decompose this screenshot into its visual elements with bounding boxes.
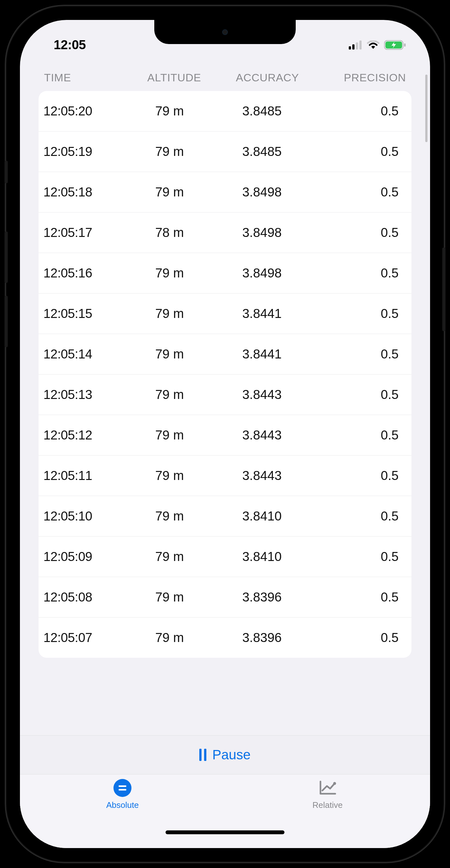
silence-switch xyxy=(4,161,8,183)
reading-altitude: 79 m xyxy=(127,509,212,523)
reading-time: 12:05:11 xyxy=(43,468,127,483)
reading-altitude: 79 m xyxy=(127,144,212,159)
reading-time: 12:05:17 xyxy=(43,225,127,240)
reading-altitude: 79 m xyxy=(127,347,212,361)
tab-bar: Absolute Relative xyxy=(20,774,430,830)
reading-precision: 0.5 xyxy=(312,144,402,159)
scrollbar-indicator[interactable] xyxy=(425,74,427,142)
reading-accuracy: 3.8443 xyxy=(212,388,312,402)
table-header: TIME ALTITUDE ACCURACY PRECISION xyxy=(20,59,430,91)
pause-button[interactable]: Pause xyxy=(20,736,430,774)
reading-time: 12:05:20 xyxy=(43,104,127,118)
reading-precision: 0.5 xyxy=(312,347,402,361)
reading-altitude: 79 m xyxy=(127,104,212,118)
header-altitude: ALTITUDE xyxy=(131,71,218,84)
reading-time: 12:05:13 xyxy=(43,388,127,402)
reading-time: 12:05:07 xyxy=(43,630,127,645)
table-row[interactable]: 12:05:1379 m3.84430.5 xyxy=(39,374,411,415)
table-row[interactable]: 12:05:1179 m3.84430.5 xyxy=(39,456,411,496)
volume-down-button xyxy=(4,296,8,347)
reading-precision: 0.5 xyxy=(312,468,402,483)
tab-relative-label: Relative xyxy=(313,800,343,810)
reading-precision: 0.5 xyxy=(312,306,402,321)
reading-accuracy: 3.8410 xyxy=(212,550,312,564)
table-row[interactable]: 12:05:1279 m3.84430.5 xyxy=(39,415,411,456)
reading-precision: 0.5 xyxy=(312,550,402,564)
reading-time: 12:05:12 xyxy=(43,428,127,442)
reading-precision: 0.5 xyxy=(312,509,402,523)
status-icons xyxy=(349,40,406,50)
relative-chart-icon xyxy=(319,779,336,797)
front-camera xyxy=(222,29,228,35)
table-row[interactable]: 12:05:1479 m3.84410.5 xyxy=(39,334,411,374)
svg-point-7 xyxy=(333,782,336,785)
reading-altitude: 79 m xyxy=(127,428,212,442)
reading-accuracy: 3.8498 xyxy=(212,266,312,280)
table-row[interactable]: 12:05:1579 m3.84410.5 xyxy=(39,293,411,334)
reading-precision: 0.5 xyxy=(312,630,402,645)
table-row[interactable]: 12:05:0779 m3.83960.5 xyxy=(39,618,411,658)
reading-precision: 0.5 xyxy=(312,388,402,402)
reading-accuracy: 3.8498 xyxy=(212,185,312,199)
reading-accuracy: 3.8441 xyxy=(212,347,312,361)
reading-altitude: 79 m xyxy=(127,185,212,199)
reading-time: 12:05:14 xyxy=(43,347,127,361)
svg-rect-3 xyxy=(359,40,362,50)
reading-accuracy: 3.8485 xyxy=(212,104,312,118)
reading-altitude: 79 m xyxy=(127,388,212,402)
reading-accuracy: 3.8396 xyxy=(212,630,312,645)
reading-altitude: 79 m xyxy=(127,306,212,321)
bottom-toolbar: Pause Absolute xyxy=(20,735,430,848)
status-time: 12:05 xyxy=(54,38,86,52)
reading-altitude: 79 m xyxy=(127,266,212,280)
svg-rect-2 xyxy=(356,42,358,50)
reading-accuracy: 3.8498 xyxy=(212,225,312,240)
svg-rect-6 xyxy=(404,43,406,46)
table-row[interactable]: 12:05:1979 m3.84850.5 xyxy=(39,131,411,172)
table-row[interactable]: 12:05:2079 m3.84850.5 xyxy=(39,91,411,131)
reading-accuracy: 3.8396 xyxy=(212,590,312,604)
reading-precision: 0.5 xyxy=(312,266,402,280)
reading-altitude: 79 m xyxy=(127,468,212,483)
readings-table[interactable]: 12:05:2079 m3.84850.512:05:1979 m3.84850… xyxy=(39,91,411,658)
tab-absolute[interactable]: Absolute xyxy=(20,779,225,830)
tab-relative[interactable]: Relative xyxy=(225,779,430,830)
volume-up-button xyxy=(4,231,8,283)
table-row[interactable]: 12:05:0879 m3.83960.5 xyxy=(39,577,411,618)
table-row[interactable]: 12:05:1079 m3.84100.5 xyxy=(39,496,411,536)
header-precision: PRECISION xyxy=(317,71,411,84)
power-button xyxy=(442,248,446,331)
reading-altitude: 79 m xyxy=(127,550,212,564)
reading-accuracy: 3.8443 xyxy=(212,468,312,483)
phone-frame: 12:05 xyxy=(6,6,444,862)
svg-rect-1 xyxy=(352,44,355,50)
notch xyxy=(154,20,296,44)
reading-time: 12:05:09 xyxy=(43,550,127,564)
reading-precision: 0.5 xyxy=(312,185,402,199)
table-row[interactable]: 12:05:1879 m3.84980.5 xyxy=(39,172,411,213)
reading-altitude: 78 m xyxy=(127,225,212,240)
reading-time: 12:05:16 xyxy=(43,266,127,280)
reading-precision: 0.5 xyxy=(312,428,402,442)
reading-time: 12:05:15 xyxy=(43,306,127,321)
screen: 12:05 xyxy=(20,20,430,848)
reading-altitude: 79 m xyxy=(127,630,212,645)
reading-time: 12:05:10 xyxy=(43,509,127,523)
absolute-equals-icon xyxy=(114,779,131,797)
reading-precision: 0.5 xyxy=(312,104,402,118)
svg-rect-0 xyxy=(349,46,351,50)
table-row[interactable]: 12:05:0979 m3.84100.5 xyxy=(39,536,411,577)
home-indicator-area xyxy=(20,830,430,848)
reading-precision: 0.5 xyxy=(312,225,402,240)
table-row[interactable]: 12:05:1778 m3.84980.5 xyxy=(39,213,411,253)
reading-accuracy: 3.8485 xyxy=(212,144,312,159)
reading-time: 12:05:18 xyxy=(43,185,127,199)
pause-label: Pause xyxy=(212,747,250,763)
home-indicator[interactable] xyxy=(165,830,285,834)
table-row[interactable]: 12:05:1679 m3.84980.5 xyxy=(39,253,411,293)
cellular-signal-icon xyxy=(349,40,362,50)
header-time: TIME xyxy=(44,71,131,84)
reading-accuracy: 3.8410 xyxy=(212,509,312,523)
reading-time: 12:05:08 xyxy=(43,590,127,604)
tab-absolute-label: Absolute xyxy=(106,800,138,810)
